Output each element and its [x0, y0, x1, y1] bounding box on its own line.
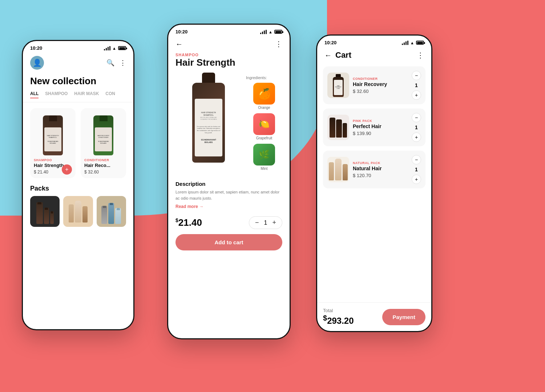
ingredients-column: Ingredients: 🍊 Orange 🍋 Grapefruit 🌿 Min… [246, 75, 282, 174]
tab-hairmask[interactable]: HAIR MASK [74, 91, 99, 98]
description-section: Description Lorem ipsum dolor sit amet, … [168, 178, 290, 212]
cart-item-price-2: $ 139.90 [353, 131, 408, 136]
total-section: Total $293.20 [323, 308, 354, 326]
product-card-shampoo[interactable]: HAIR STRENGTHSHAMPOO+SCANDINAVIANBIOLABS… [30, 108, 76, 178]
cart-qty-2: − 1 + [412, 113, 421, 142]
cart-qty-increase-2[interactable]: + [412, 132, 421, 142]
wifi-3: ▲ [410, 41, 414, 45]
time-3: 10:20 [324, 40, 336, 45]
cart-more[interactable]: ⋮ [417, 51, 424, 60]
search-icon[interactable]: 🔍 [106, 59, 114, 67]
pack-item-3[interactable] [97, 196, 126, 227]
add-to-cart-button[interactable]: Add to cart [175, 234, 282, 250]
wifi-2: ▲ [269, 30, 272, 34]
qty-decrease-btn[interactable]: − [255, 219, 259, 226]
product-img-conditioner: HAIR RECOVERYCONDITIONERSCANDINAVIANBIOL… [81, 108, 126, 155]
phone-cart: 10:20 ▲ ← Cart ⋮ [316, 34, 432, 332]
battery-1 [118, 46, 126, 50]
cart-nav: ← Cart ⋮ [317, 48, 431, 64]
cart-item-natural-pack: NATURAL PACK Natural Hair $ 120.70 − 1 + [323, 151, 425, 188]
cart-qty-num-1: 1 [415, 82, 418, 88]
orange-name: Orange [258, 106, 270, 110]
battery-3 [416, 41, 424, 45]
detail-nav: ← ⋮ [168, 37, 290, 51]
top-bar: 👤 🔍 ⋮ [23, 53, 133, 74]
tabs-row: ALL SHAMPOO HAIR MASK CON [23, 91, 133, 102]
page-title: New collection [23, 74, 133, 91]
cart-qty-num-3: 1 [415, 167, 418, 172]
orange-img: 🍊 [253, 83, 275, 105]
cart-qty-decrease-2[interactable]: − [412, 113, 421, 122]
cart-qty-increase-1[interactable]: + [412, 90, 421, 100]
cart-title: Cart [335, 50, 351, 60]
product-price-2: $ 32.60 [84, 170, 122, 175]
avatar[interactable]: 👤 [30, 56, 44, 70]
back-button[interactable]: ← [175, 40, 183, 48]
signal-3 [402, 41, 408, 45]
packs-section-title: Packs [23, 182, 133, 196]
pack-item-2[interactable] [63, 196, 93, 227]
more-icon[interactable]: ⋮ [120, 59, 126, 67]
tab-all[interactable]: ALL [30, 91, 39, 98]
wifi-1: ▲ [112, 46, 116, 50]
status-icons-2: ▲ [260, 30, 282, 34]
quantity-control: − 1 + [249, 216, 282, 229]
cart-item-name-1: Hair Recovery [353, 81, 408, 87]
ingredient-grapefruit: 🍋 Grapefruit [246, 113, 282, 140]
cart-item-info-1: CONDITIONER Hair Recovery $ 32.60 [353, 77, 408, 94]
cart-item-name-3: Natural Hair [353, 166, 408, 171]
tab-shampoo[interactable]: SHAMPOO [45, 91, 68, 98]
cart-item-cat-2: PINK PACK [353, 119, 408, 123]
payment-button[interactable]: Payment [382, 309, 425, 325]
ingredient-orange: 🍊 Orange [246, 83, 282, 110]
detail-header: SHAMPOO Hair Strength [168, 51, 290, 72]
cart-item-img-3 [327, 157, 349, 182]
products-grid: HAIR STRENGTHSHAMPOO+SCANDINAVIANBIOLABS… [23, 102, 133, 182]
cart-title-row: ← Cart [324, 50, 351, 60]
total-amount: $293.20 [323, 314, 354, 326]
cart-qty-decrease-1[interactable]: − [412, 71, 421, 80]
detail-name: Hair Strength [175, 57, 282, 68]
description-title: Description [175, 181, 282, 187]
cart-item-price-1: $ 32.60 [353, 89, 408, 94]
ingredients-label: Ingredients: [246, 75, 282, 80]
tab-con[interactable]: CON [105, 91, 115, 98]
pack-item-1[interactable] [30, 196, 60, 227]
add-to-cart-btn-1[interactable]: + [62, 164, 72, 175]
product-name-2: Hair Reco... [84, 163, 122, 168]
total-symbol: $ [323, 314, 327, 322]
price-symbol-detail: $ [175, 218, 178, 224]
status-icons-1: ▲ [104, 46, 126, 50]
product-info-conditioner: CONDITIONER Hair Reco... $ 32.60 [81, 155, 126, 178]
cart-back-button[interactable]: ← [324, 51, 332, 60]
signal-1 [104, 46, 110, 50]
qty-increase-btn[interactable]: + [272, 219, 276, 226]
signal-2 [260, 30, 267, 34]
detail-more[interactable]: ⋮ [275, 40, 282, 48]
battery-2 [274, 30, 282, 34]
cart-item-cat-3: NATURAL PACK [353, 161, 408, 165]
grape-img: 🍋 [253, 113, 275, 135]
product-card-conditioner[interactable]: HAIR RECOVERYCONDITIONERSCANDINAVIANBIOL… [81, 108, 126, 178]
mint-img: 🌿 [253, 144, 275, 166]
status-bar-3: 10:20 ▲ [317, 36, 431, 48]
cart-item-info-2: PINK PACK Perfect Hair $ 139.90 [353, 119, 408, 136]
time-2: 10:20 [175, 29, 187, 34]
price-bar: $21.40 − 1 + [168, 212, 290, 233]
cart-item-img-1: HAIRRECOVERYCOND [327, 73, 349, 98]
cart-qty-increase-3[interactable]: + [412, 175, 421, 184]
cart-qty-3: − 1 + [412, 155, 421, 184]
total-label: Total [323, 308, 354, 313]
detail-main: HAIR STRENGTHSHAMPOO+ BIO-PILIXIN FORMUL… [168, 72, 290, 178]
top-icons: 🔍 ⋮ [106, 59, 126, 67]
cart-qty-1: − 1 + [412, 71, 421, 100]
ingredient-mint: 🌿 Mint [246, 144, 282, 171]
cart-item-cat-1: CONDITIONER [353, 77, 408, 81]
cart-body: HAIRRECOVERYCOND CONDITIONER Hair Recove… [317, 64, 431, 302]
product-category-2: CONDITIONER [84, 158, 122, 162]
description-text: Lorem ipsum dolor sit amet, sapien etiam… [175, 189, 282, 201]
cart-item-pink-pack: PINK PACK Perfect Hair $ 139.90 − 1 + [323, 109, 425, 146]
cart-qty-decrease-3[interactable]: − [412, 155, 421, 164]
read-more-link[interactable]: Read more → [175, 204, 282, 209]
cart-item-name-2: Perfect Hair [353, 123, 408, 129]
